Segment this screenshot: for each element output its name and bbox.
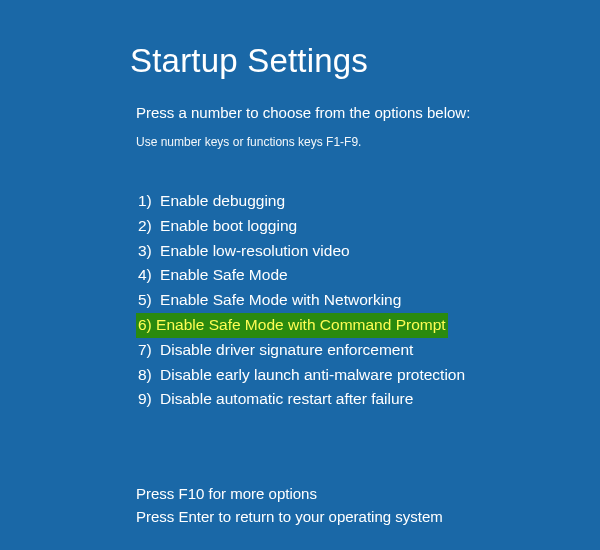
instruction-text: Press a number to choose from the option… [136,104,600,121]
option-label: Enable boot logging [158,214,299,239]
options-list: 1) Enable debugging 2) Enable boot loggi… [136,189,600,412]
option-label: 5) [136,288,154,313]
option-8[interactable]: 8) Disable early launch anti-malware pro… [136,363,600,388]
option-5[interactable]: 5) Enable Safe Mode with Networking [136,288,600,313]
option-label: Disable early launch anti-malware protec… [158,363,467,388]
option-9[interactable]: 9) Disable automatic restart after failu… [136,387,600,412]
option-1[interactable]: 1) Enable debugging [136,189,600,214]
option-label: Enable Safe Mode [158,263,290,288]
page-title: Startup Settings [130,42,600,80]
hint-text: Use number keys or functions keys F1-F9. [136,135,600,149]
option-label: Disable driver signature enforcement [158,338,415,363]
option-label-highlighted: 6) Enable Safe Mode with Command Prompt [136,313,448,338]
option-7[interactable]: 7) Disable driver signature enforcement [136,338,600,363]
option-4[interactable]: 4) Enable Safe Mode [136,263,600,288]
option-label: Disable automatic restart after failure [158,387,415,412]
option-label: Enable low-resolution video [158,239,352,264]
footer-more-options: Press F10 for more options [136,482,600,505]
option-6[interactable]: 6) Enable Safe Mode with Command Prompt [136,313,600,338]
option-label: 9) [136,387,154,412]
option-label: 7) [136,338,154,363]
option-label: 4) [136,263,154,288]
option-label: 8) [136,363,154,388]
startup-settings-screen: Startup Settings Press a number to choos… [0,0,600,529]
option-label: 1) [136,189,154,214]
footer-return: Press Enter to return to your operating … [136,505,600,528]
footer: Press F10 for more options Press Enter t… [136,482,600,529]
option-2[interactable]: 2) Enable boot logging [136,214,600,239]
option-label: 2) [136,214,154,239]
option-label: 3) [136,239,154,264]
option-label: Enable debugging [158,189,287,214]
option-label: Enable Safe Mode with Networking [158,288,403,313]
option-3[interactable]: 3) Enable low-resolution video [136,239,600,264]
